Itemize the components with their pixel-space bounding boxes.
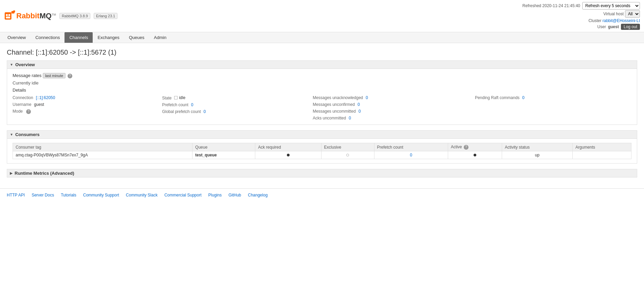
pending-raft-label: Pending Raft commands — [475, 95, 519, 100]
connection-value: [::1]:62050 — [36, 95, 55, 100]
nav-item-channels[interactable]: Channels — [65, 32, 93, 43]
top-right: Refreshed 2020-11-24 21:45:40 Refresh ev… — [522, 2, 640, 30]
active-cell — [448, 151, 502, 159]
active-help-icon[interactable]: ? — [464, 145, 468, 150]
consumers-section-body: Consumer tag Queue Ack required Exclusiv… — [7, 139, 637, 164]
overview-section: ▼ Overview Message rates last minute ? C… — [7, 60, 637, 125]
overview-arrow-icon: ▼ — [10, 63, 13, 67]
svg-rect-2 — [8, 14, 10, 16]
state-text: idle — [179, 95, 185, 100]
footer-link-plugins[interactable]: Plugins — [208, 193, 222, 197]
connection-link[interactable]: [::1]:62050 — [36, 95, 55, 100]
queue-cell: test_queue — [192, 151, 255, 159]
footer: HTTP API Server Docs Tutorials Community… — [0, 188, 644, 202]
footer-link-changelog[interactable]: Changelog — [248, 193, 268, 197]
overview-section-label: Overview — [15, 62, 35, 67]
idle-text: Currently idle — [13, 80, 631, 86]
active-dot-icon — [474, 154, 476, 156]
col-ack-required: Ack required — [255, 143, 321, 151]
dg-col-2: State idle Prefetch count 0 Glo — [162, 95, 313, 120]
footer-link-community-support[interactable]: Community Support — [83, 193, 119, 197]
consumers-table: Consumer tag Queue Ack required Exclusiv… — [13, 143, 631, 159]
state-idle: idle — [174, 95, 185, 100]
runtime-metrics-label: Runtime Metrics (Advanced) — [15, 171, 74, 176]
runtime-metrics-header[interactable]: ▶ Runtime Metrics (Advanced) — [7, 169, 637, 177]
ack-required-dot-icon — [287, 154, 290, 156]
col-prefetch-count: Prefetch count — [374, 143, 448, 151]
msgs-unconfirmed-label: Messages unconfirmed — [313, 102, 355, 107]
pending-raft-row: Pending Raft commands 0 — [475, 95, 618, 100]
runtime-metrics-section: ▶ Runtime Metrics (Advanced) — [7, 169, 637, 177]
consumers-section: ▼ Consumers Consumer tag Queue Ack requi… — [7, 130, 637, 164]
global-prefetch-row: Global prefetch count 0 — [162, 109, 299, 114]
global-prefetch-label: Global prefetch count — [162, 109, 201, 114]
msgs-uncommitted-value: 0 — [358, 109, 361, 114]
refresh-select[interactable]: Refresh every 5 seconds Refresh every 10… — [582, 2, 640, 10]
rabbitmq-logo-icon — [4, 10, 16, 22]
svg-rect-3 — [6, 17, 10, 18]
table-row: amq.ctag-P00qVBWys87MSn7ex7_9gA test_que… — [13, 151, 631, 159]
footer-link-http-api[interactable]: HTTP API — [7, 193, 25, 197]
prefetch-label: Prefetch count — [162, 102, 188, 107]
username-label: Username — [13, 102, 31, 107]
dg-col-4: Pending Raft commands 0 — [475, 95, 631, 120]
prefetch-count-cell: 0 — [374, 151, 448, 159]
user-label: User — [597, 24, 606, 29]
svg-rect-5 — [13, 11, 15, 12]
user-row: User guest Log out — [597, 24, 640, 30]
consumers-section-label: Consumers — [15, 132, 40, 137]
consumers-arrow-icon: ▼ — [10, 133, 13, 136]
version-badge: RabbitMQ 3.8.9 — [59, 13, 90, 19]
details-grid: Connection [::1]:62050 Username guest Mo… — [13, 95, 631, 120]
ack-required-cell — [255, 151, 321, 159]
msg-rates-row: Message rates last minute ? — [13, 73, 631, 78]
nav-item-admin[interactable]: Admin — [149, 32, 171, 43]
msgs-unack-label: Messages unacknowledged — [313, 95, 363, 100]
top-bar: RabbitMQTM RabbitMQ 3.8.9 Erlang 23.1 Re… — [0, 0, 644, 32]
global-prefetch-value: 0 — [203, 109, 206, 114]
logo-area: RabbitMQTM RabbitMQ 3.8.9 Erlang 23.1 — [4, 10, 117, 22]
footer-link-server-docs[interactable]: Server Docs — [32, 193, 54, 197]
connection-row: Connection [::1]:62050 — [13, 95, 148, 100]
state-row: State idle — [162, 95, 299, 100]
nav-item-exchanges[interactable]: Exchanges — [93, 32, 124, 43]
prefetch-row: Prefetch count 0 — [162, 102, 299, 107]
footer-link-github[interactable]: GitHub — [228, 193, 241, 197]
overview-section-header[interactable]: ▼ Overview — [7, 60, 637, 69]
mode-label: Mode — [13, 109, 23, 114]
footer-link-tutorials[interactable]: Tutorials — [61, 193, 76, 197]
username-value: guest — [34, 102, 44, 107]
vhost-select[interactable]: All — [625, 10, 640, 18]
dg-col-1: Connection [::1]:62050 Username guest Mo… — [13, 95, 162, 120]
col-queue: Queue — [192, 143, 255, 151]
consumers-table-header: Consumer tag Queue Ack required Exclusiv… — [13, 143, 631, 151]
exclusive-cell — [321, 151, 374, 159]
rabbitmq-logo: RabbitMQTM — [4, 10, 56, 22]
svg-rect-1 — [6, 14, 7, 16]
col-exclusive: Exclusive — [321, 143, 374, 151]
refresh-row: Refreshed 2020-11-24 21:45:40 Refresh ev… — [522, 2, 640, 10]
pending-raft-value: 0 — [522, 95, 525, 100]
msg-rates-help-icon[interactable]: ? — [68, 74, 72, 78]
col-arguments: Arguments — [573, 143, 631, 151]
cluster-link[interactable]: rabbit@EHosseini-Lt — [603, 18, 640, 23]
cluster-row: Cluster rabbit@EHosseini-Lt — [588, 18, 640, 23]
nav-item-queues[interactable]: Queues — [124, 32, 149, 43]
footer-link-commercial-support[interactable]: Commercial Support — [164, 193, 201, 197]
logo-text: RabbitMQTM — [16, 12, 56, 20]
queue-name: test_queue — [195, 153, 217, 157]
footer-link-community-slack[interactable]: Community Slack — [126, 193, 158, 197]
vhost-label: Virtual host — [603, 12, 624, 16]
nav-item-connections[interactable]: Connections — [31, 32, 65, 43]
logout-button[interactable]: Log out — [621, 24, 640, 30]
acks-uncommitted-label: Acks uncommitted — [313, 116, 346, 120]
nav-item-overview[interactable]: Overview — [3, 32, 31, 43]
msgs-unack-value: 0 — [366, 95, 368, 100]
user-value: guest — [608, 24, 619, 29]
activity-status-cell: up — [502, 151, 572, 159]
msgs-unack-row: Messages unacknowledged 0 — [313, 95, 461, 100]
page-title: Channel: [::1]:62050 -> [::1]:5672 (1) — [7, 49, 637, 56]
consumers-section-header[interactable]: ▼ Consumers — [7, 130, 637, 139]
dg-col-3: Messages unacknowledged 0 Messages uncon… — [313, 95, 475, 120]
mode-help-icon[interactable]: ? — [26, 109, 31, 114]
